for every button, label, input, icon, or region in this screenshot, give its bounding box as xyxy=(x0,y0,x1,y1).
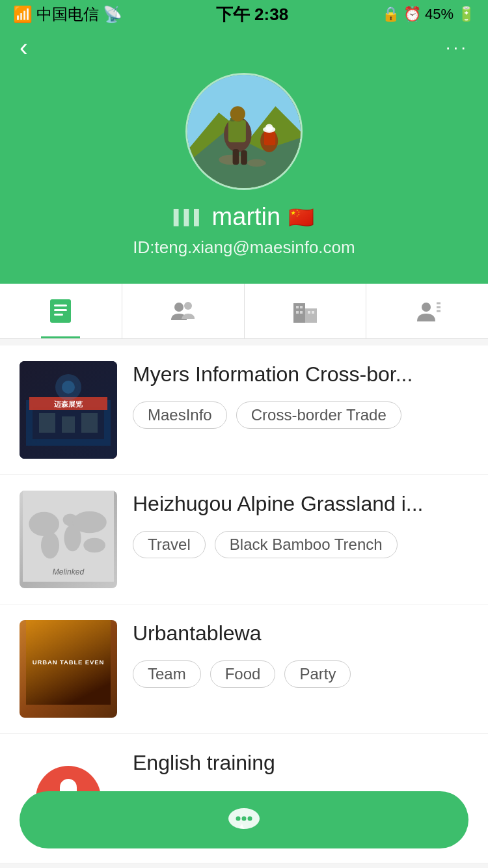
bottom-bar xyxy=(0,781,488,868)
svg-point-21 xyxy=(184,302,192,310)
profile-name: martin xyxy=(212,203,281,231)
profile-name-row: ▌▌▌ martin 🇨🇳 xyxy=(174,203,314,231)
avatar-image xyxy=(187,75,301,188)
item-tags-3: Team Food Party xyxy=(133,660,468,688)
posts-icon xyxy=(46,297,75,325)
item-image-2: Melinked xyxy=(20,491,117,588)
chat-button[interactable] xyxy=(20,791,468,848)
item-content-2: Heizhugou Alpine Grassland i... Travel B… xyxy=(133,491,468,558)
svg-rect-24 xyxy=(296,306,299,308)
header-nav: ‹ ··· xyxy=(20,35,468,60)
status-bar: 📶 中国电信 📡 下午 2:38 🔒 ⏰ 45% 🔋 xyxy=(0,0,488,29)
svg-rect-4 xyxy=(228,120,246,142)
profile-id: ID:teng.xiang@maesinfo.com xyxy=(133,237,355,258)
item-title-4: English training xyxy=(133,750,468,777)
tab-posts[interactable] xyxy=(0,284,122,338)
svg-rect-25 xyxy=(300,306,303,308)
tab-bar xyxy=(0,284,488,339)
list-item[interactable]: Melinked Heizhugou Alpine Grassland i...… xyxy=(0,475,488,604)
wechat-status-icon: ▌▌▌ xyxy=(174,209,204,226)
svg-point-64 xyxy=(241,816,246,821)
tab-friends[interactable] xyxy=(122,284,244,338)
svg-point-51 xyxy=(83,538,105,552)
svg-rect-19 xyxy=(54,314,63,316)
list-item[interactable]: 迈森展览 Myers Information Cross-bor... Maes… xyxy=(0,346,488,475)
svg-rect-27 xyxy=(300,311,303,314)
svg-rect-40 xyxy=(39,413,55,433)
tag[interactable]: Travel xyxy=(133,531,206,558)
tag[interactable]: Food xyxy=(210,660,276,688)
tag[interactable]: MaesInfo xyxy=(133,401,227,429)
svg-point-20 xyxy=(174,303,183,312)
signal-icon: 📶 xyxy=(13,5,33,23)
svg-text:URBAN TABLE EVEN: URBAN TABLE EVEN xyxy=(33,658,104,666)
profile-header: ‹ ··· xyxy=(0,29,488,284)
carrier-name: 中国电信 xyxy=(36,4,99,25)
back-button[interactable]: ‹ xyxy=(20,35,28,60)
lock-icon: 🔒 xyxy=(382,6,400,23)
item-title-2: Heizhugou Alpine Grassland i... xyxy=(133,491,468,518)
avatar xyxy=(185,73,303,190)
tag[interactable]: Team xyxy=(133,660,201,688)
item-title-3: Urbantablewa xyxy=(133,620,468,647)
svg-rect-42 xyxy=(81,413,98,433)
svg-rect-29 xyxy=(312,311,314,314)
tag[interactable]: Party xyxy=(284,660,351,688)
tag[interactable]: Black Bamboo Trench xyxy=(215,531,398,558)
item-image-1: 迈森展览 xyxy=(20,361,117,459)
item-content-3: Urbantablewa Team Food Party xyxy=(133,620,468,688)
svg-point-30 xyxy=(422,303,431,312)
more-button[interactable]: ··· xyxy=(446,37,468,58)
item-tags-1: MaesInfo Cross-border Trade xyxy=(133,401,468,429)
status-right: 🔒 ⏰ 45% 🔋 xyxy=(382,6,475,23)
item-image-svg-2: Melinked xyxy=(20,491,117,582)
tab-contacts[interactable] xyxy=(366,284,488,338)
svg-rect-41 xyxy=(62,416,75,433)
item-image-3: URBAN TABLE EVEN xyxy=(20,620,117,718)
tag[interactable]: Cross-border Trade xyxy=(236,401,401,429)
status-time: 下午 2:38 xyxy=(216,3,288,26)
item-image-svg-1: 迈森展览 xyxy=(20,361,117,459)
svg-rect-17 xyxy=(54,305,67,306)
item-title-1: Myers Information Cross-bor... xyxy=(133,361,468,388)
svg-point-11 xyxy=(265,124,273,131)
svg-text:迈森展览: 迈森展览 xyxy=(53,400,83,408)
country-flag: 🇨🇳 xyxy=(288,205,314,230)
item-tags-2: Travel Black Bamboo Trench xyxy=(133,531,468,558)
svg-point-46 xyxy=(29,512,59,536)
chat-bubble-icon xyxy=(226,806,262,835)
svg-point-50 xyxy=(73,511,107,534)
svg-rect-15 xyxy=(241,150,247,165)
svg-text:Melinked: Melinked xyxy=(53,567,85,576)
svg-point-7 xyxy=(230,106,245,121)
alarm-icon: ⏰ xyxy=(403,6,421,23)
wifi-icon: 📡 xyxy=(103,5,122,23)
battery-icon: 🔋 xyxy=(457,6,475,23)
svg-point-13 xyxy=(247,159,266,167)
contacts-icon xyxy=(413,297,442,325)
tab-buildings[interactable] xyxy=(244,284,366,338)
svg-point-44 xyxy=(62,381,75,394)
svg-point-63 xyxy=(236,816,240,821)
svg-rect-23 xyxy=(305,308,317,323)
svg-point-65 xyxy=(247,816,252,821)
battery-level: 45% xyxy=(425,6,454,23)
svg-rect-22 xyxy=(293,303,305,323)
status-left: 📶 中国电信 📡 xyxy=(13,4,122,25)
list-item[interactable]: URBAN TABLE EVEN Urbantablewa Team Food … xyxy=(0,604,488,734)
svg-point-47 xyxy=(41,532,59,558)
svg-rect-14 xyxy=(233,149,239,165)
buildings-icon xyxy=(291,297,319,325)
svg-rect-28 xyxy=(308,311,310,314)
friends-icon xyxy=(169,297,197,325)
svg-rect-9 xyxy=(264,131,275,145)
svg-rect-18 xyxy=(54,309,67,311)
item-content-1: Myers Information Cross-bor... MaesInfo … xyxy=(133,361,468,429)
svg-rect-26 xyxy=(296,311,299,314)
item-image-svg-3: URBAN TABLE EVEN xyxy=(26,620,111,711)
svg-point-12 xyxy=(219,155,244,165)
